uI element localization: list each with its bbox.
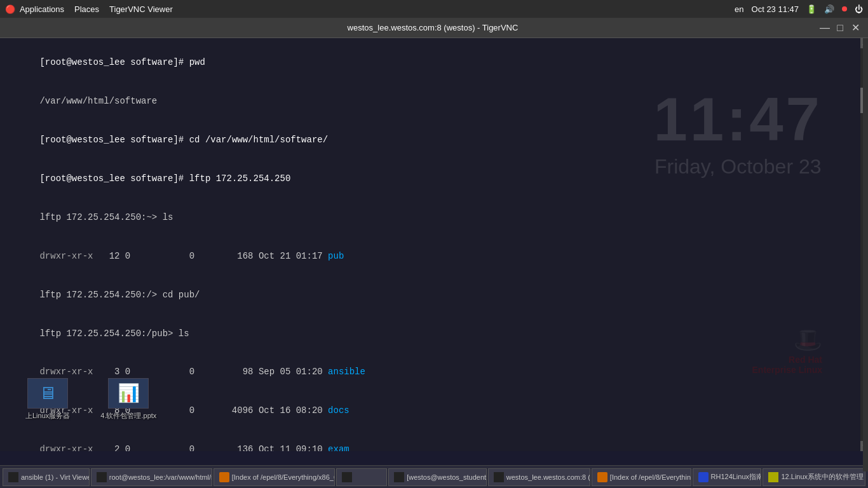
- language-indicator: en: [735, 4, 743, 14]
- taskbar-icon-lee: [494, 472, 504, 482]
- term-line-4: [root@westos_lee software]# lftp 172.25.…: [8, 159, 853, 198]
- taskbar-icon-firefox2: [597, 472, 607, 482]
- desktop-icon-linux[interactable]: 🖥 上Linux服务器: [25, 378, 70, 421]
- icon-thumbnail-pptx: 📊: [108, 378, 149, 409]
- taskbar-item-westos-lee[interactable]: westos_lee.westos.com:8 (...: [488, 468, 590, 486]
- term-line-6: drwxr-xr-x 12 0 0 168 Oct 21 01:17 pub: [8, 236, 853, 275]
- term-line-7: lftp 172.25.254.250:/> cd pub/: [8, 275, 853, 314]
- window-controls: — □ ✕: [820, 23, 860, 33]
- close-button[interactable]: ✕: [850, 23, 860, 33]
- icon-thumbnail-linux: 🖥: [27, 378, 68, 409]
- taskbar-icon-student: [394, 472, 404, 482]
- taskbar-icon-pdf: [698, 472, 709, 482]
- taskbar: ansible (1) - Virt Viewer root@westos_le…: [0, 465, 868, 488]
- datetime-display: Oct 23 11:47: [752, 4, 799, 14]
- icon-label-linux: 上Linux服务器: [25, 411, 70, 421]
- taskbar-icon-empty: [342, 472, 352, 482]
- window-title: westos_lee.westos.com:8 (westos) - Tiger…: [46, 23, 820, 32]
- minimize-button[interactable]: —: [820, 23, 830, 33]
- power-icon[interactable]: ⏻: [855, 4, 863, 14]
- term-line-3: [root@westos_lee software]# cd /var/www/…: [8, 121, 853, 159]
- system-bar: 🔴 Applications Places TigerVNC Viewer en…: [0, 0, 868, 18]
- terminal[interactable]: 11:47 Friday, October 23 🎩 Red HatEnterp…: [0, 38, 860, 451]
- system-bar-right: en Oct 23 11:47 🔋 🔊 ⏻: [735, 4, 863, 14]
- term-line-11: drwxr-xr-x 2 0 0 136 Oct 11 09:10 exam: [8, 430, 853, 451]
- taskbar-item-empty[interactable]: [336, 468, 387, 486]
- maximize-button[interactable]: □: [835, 23, 845, 33]
- desktop-icons: 🖥 上Linux服务器 📊 4.软件包管理.pptx: [25, 378, 156, 421]
- icon-label-pptx: 4.软件包管理.pptx: [100, 411, 156, 421]
- sound-icon: 🔊: [824, 4, 834, 14]
- taskbar-item-virt-viewer[interactable]: ansible (1) - Virt Viewer: [3, 468, 90, 486]
- system-bar-left: 🔴 Applications Places TigerVNC Viewer: [5, 4, 173, 14]
- term-line-2: /var/www/html/software: [8, 82, 853, 121]
- notification-dot: [842, 6, 847, 11]
- vnc-window: westos_lee.westos.com:8 (westos) - Tiger…: [0, 18, 868, 488]
- taskbar-icon-ppt: [768, 472, 778, 482]
- taskbar-item-root-terminal[interactable]: root@westos_lee:/var/www/html/s...: [91, 468, 212, 486]
- taskbar-item-software-mgmt[interactable]: 12.Linux系统中的软件管理 ...: [763, 468, 865, 486]
- places-menu[interactable]: Places: [74, 4, 99, 14]
- taskbar-item-rh124[interactable]: RH124Linux指南: [693, 468, 762, 486]
- term-line-8: lftp 172.25.254.250:/pub> ls: [8, 314, 853, 353]
- app-icon: 🔴: [5, 4, 15, 14]
- taskbar-icon-terminal: [97, 472, 107, 482]
- taskbar-item-westos-student[interactable]: [westos@westos_student...: [388, 468, 487, 486]
- battery-icon: 🔋: [806, 4, 817, 14]
- taskbar-item-index1[interactable]: [Index of /epel/8/Everything/x86_6...: [214, 468, 335, 486]
- applications-menu[interactable]: 🔴 Applications: [5, 4, 64, 14]
- taskbar-item-index2[interactable]: [Index of /epel/8/Everythin...: [592, 468, 691, 486]
- term-line-1: [root@westos_lee software]# pwd: [8, 43, 853, 82]
- desktop-icon-pptx[interactable]: 📊 4.软件包管理.pptx: [100, 378, 156, 421]
- tigervnc-viewer-menu[interactable]: TigerVNC Viewer: [109, 4, 173, 14]
- title-bar: westos_lee.westos.com:8 (westos) - Tiger…: [0, 18, 868, 38]
- taskbar-icon-virt: [8, 472, 18, 482]
- term-line-5: lftp 172.25.254.250:~> ls: [8, 198, 853, 237]
- taskbar-icon-firefox1: [219, 472, 229, 482]
- far-right-scrollbar[interactable]: [863, 38, 868, 471]
